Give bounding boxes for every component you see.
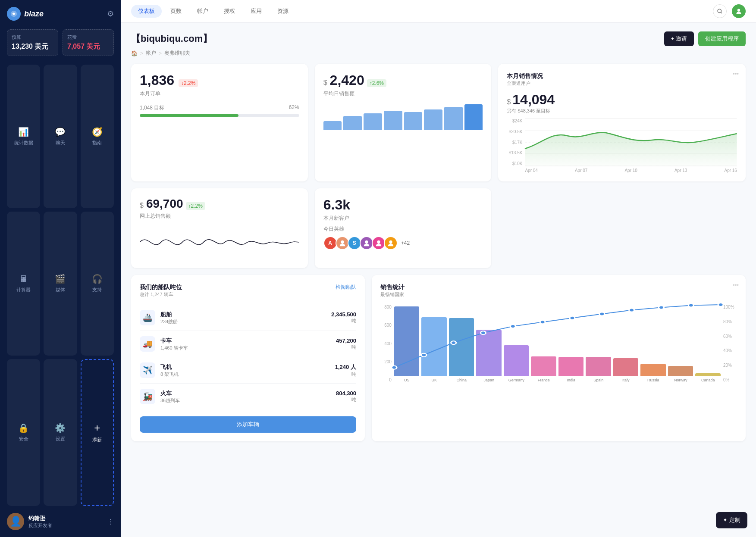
bar-8 bbox=[464, 104, 483, 130]
nav-item-chat[interactable]: 💬 聊天 bbox=[44, 65, 77, 208]
fleet-item-icon: ✈️ bbox=[140, 362, 155, 378]
total-currency: $ bbox=[140, 202, 144, 209]
monthly-currency: $ bbox=[507, 98, 511, 106]
fleet-header: 我们的船队吨位 总计 1,247 辆车 检阅船队 bbox=[140, 284, 356, 298]
fleet-item-info: 船舶 234艘船 bbox=[160, 311, 331, 325]
sales-more-icon[interactable]: ••• bbox=[733, 282, 739, 288]
nav-label-media: 媒体 bbox=[56, 287, 65, 293]
nav-item-calculator[interactable]: 🖩 计算器 bbox=[7, 212, 40, 355]
sidebar-user: 👤 约翰逊 反应开发者 ⋮ bbox=[7, 506, 114, 530]
tab-dashboard[interactable]: 仪表板 bbox=[131, 5, 162, 18]
bar-6 bbox=[424, 109, 442, 130]
nav-actions bbox=[713, 4, 746, 18]
fleet-link[interactable]: 检阅船队 bbox=[336, 284, 356, 291]
create-app-button[interactable]: 创建应用程序 bbox=[698, 31, 746, 46]
svg-point-9 bbox=[365, 240, 368, 244]
wave-chart bbox=[140, 225, 299, 259]
expense-card: 花费 7,057 美元 bbox=[63, 29, 114, 56]
nav-label-calculator: 计算器 bbox=[16, 287, 31, 293]
nav-item-media[interactable]: 🎬 媒体 bbox=[44, 212, 77, 355]
sales-subtitle: 最畅销国家 bbox=[380, 291, 737, 298]
bar-3 bbox=[364, 113, 382, 130]
add-icon: + bbox=[94, 422, 100, 434]
search-button[interactable] bbox=[713, 4, 727, 18]
fleet-item: 🚢 船舶 234艘船 2,345,500 吨 bbox=[140, 305, 356, 331]
progress-pct: 62% bbox=[289, 104, 299, 112]
fleet-item-name: 飞机 bbox=[160, 363, 335, 371]
nav-item-support[interactable]: 🎧 支持 bbox=[81, 212, 114, 355]
user-role: 反应开发者 bbox=[28, 522, 107, 529]
hero-avatar-2 bbox=[336, 236, 349, 250]
breadcrumb-current: 奥弗维耶夫 bbox=[164, 50, 190, 57]
fleet-item-value: 457,200 吨 bbox=[336, 337, 356, 350]
monthly-more-icon[interactable]: ••• bbox=[733, 71, 739, 77]
guide-icon: 🧭 bbox=[92, 127, 103, 137]
customize-button[interactable]: ✦ 定制 bbox=[716, 512, 747, 528]
tab-apps[interactable]: 应用 bbox=[244, 5, 269, 18]
nav-item-security[interactable]: 🔒 安全 bbox=[7, 359, 40, 506]
fleet-items: 🚢 船舶 234艘船 2,345,500 吨 🚚 卡车 1,460 辆卡车 45… bbox=[140, 305, 356, 409]
nav-label-stats: 统计数据 bbox=[14, 140, 33, 146]
hero-label: 今日英雄 bbox=[323, 225, 483, 233]
bars-area: USUKChinaJapanGermanyFranceIndiaSpainIta… bbox=[394, 305, 721, 400]
nav-item-settings[interactable]: ⚙️ 设置 bbox=[44, 359, 77, 506]
country-chart: 800 600 400 200 0 USUKChinaJapanGermanyF… bbox=[380, 305, 737, 400]
trend-dot bbox=[599, 312, 605, 315]
stats-grid-2: $ 69,700 ↑2.2% 网上总销售额 6.3k 本月新客户 今日英雄 bbox=[131, 188, 746, 268]
monthly-sales-card: ••• 本月销售情况 全渠道用户 $ 14,094 另有 $48,346 至目标… bbox=[498, 64, 746, 181]
avg-sales-chart bbox=[323, 104, 483, 130]
sales-title: 销售统计 bbox=[380, 284, 737, 291]
tab-auth[interactable]: 授权 bbox=[217, 5, 242, 18]
nav-item-guide[interactable]: 🧭 指南 bbox=[81, 65, 114, 208]
avg-sales-card: $ 2,420 ↑2.6% 平均日销售额 bbox=[315, 64, 492, 181]
trend-dot bbox=[451, 341, 456, 344]
total-sales-label: 网上总销售额 bbox=[140, 212, 299, 220]
fleet-item-num: 804,300 bbox=[336, 390, 356, 397]
page-title: 【biqubiqu.com】 bbox=[131, 32, 212, 45]
invite-button[interactable]: + 邀请 bbox=[664, 31, 694, 46]
orders-value: 1,836 bbox=[140, 72, 174, 88]
media-icon: 🎬 bbox=[55, 274, 66, 284]
nav-user-avatar[interactable] bbox=[732, 4, 746, 18]
trend-dot bbox=[392, 366, 397, 369]
chart-y-right: 100% 80% 60% 40% 20% 0% bbox=[723, 305, 737, 382]
fleet-item-unit: 吨 bbox=[336, 344, 356, 350]
fleet-item-name: 船舶 bbox=[160, 311, 331, 318]
stats-grid-1: 1,836 ↓2.2% 本月订单 1,048 目标 62% $ bbox=[131, 64, 746, 181]
fleet-item-icon: 🚚 bbox=[140, 336, 155, 352]
nav-item-stats[interactable]: 📊 统计数据 bbox=[7, 65, 40, 208]
user-menu-icon[interactable]: ⋮ bbox=[107, 518, 114, 526]
progress-bar bbox=[140, 114, 299, 117]
breadcrumb-home: 🏠 bbox=[131, 50, 138, 56]
monthly-chart: $24K $20.5K $17K $13.5K $10K bbox=[507, 119, 737, 173]
settings-icon[interactable]: ⚙ bbox=[107, 9, 114, 19]
tab-resources[interactable]: 资源 bbox=[270, 5, 295, 18]
tab-account[interactable]: 帐户 bbox=[190, 5, 215, 18]
nav-settings-icon: ⚙️ bbox=[55, 423, 66, 433]
fleet-item-unit: 吨 bbox=[336, 397, 356, 403]
tab-pages[interactable]: 页数 bbox=[163, 5, 188, 18]
trend-dot bbox=[629, 309, 634, 312]
hero-avatar-4 bbox=[360, 236, 373, 250]
header-actions: + 邀请 创建应用程序 bbox=[664, 31, 746, 46]
support-icon: 🎧 bbox=[92, 274, 103, 284]
chat-icon: 💬 bbox=[55, 127, 66, 137]
add-vehicle-button[interactable]: 添加车辆 bbox=[140, 416, 356, 433]
bar-4 bbox=[384, 111, 402, 130]
chart-y-axis: $24K $20.5K $17K $13.5K $10K bbox=[507, 119, 522, 166]
nav-label-settings: 设置 bbox=[56, 436, 65, 442]
avg-currency: $ bbox=[323, 79, 327, 87]
chart-area: Apr 04 Apr 07 Apr 10 Apr 13 Apr 16 bbox=[525, 119, 737, 173]
nav-label-add: 添新 bbox=[92, 437, 102, 443]
budget-cards: 预算 13,230 美元 花费 7,057 美元 bbox=[7, 29, 114, 56]
hero-section: 今日英雄 A S bbox=[323, 225, 483, 250]
new-customers-card: 6.3k 本月新客户 今日英雄 A S bbox=[315, 188, 492, 268]
fleet-item-sub: 1,460 辆卡车 bbox=[160, 345, 336, 351]
fleet-item-num: 2,345,500 bbox=[331, 311, 356, 318]
breadcrumb-account[interactable]: 帐户 bbox=[146, 50, 156, 57]
orders-change: ↓2.2% bbox=[179, 79, 198, 87]
fleet-item-num: 457,200 bbox=[336, 337, 356, 344]
bar-5 bbox=[404, 112, 423, 130]
nav-item-add[interactable]: + 添新 bbox=[81, 359, 114, 506]
fleet-item: ✈️ 飞机 8 架飞机 1,240 人 吨 bbox=[140, 357, 356, 384]
